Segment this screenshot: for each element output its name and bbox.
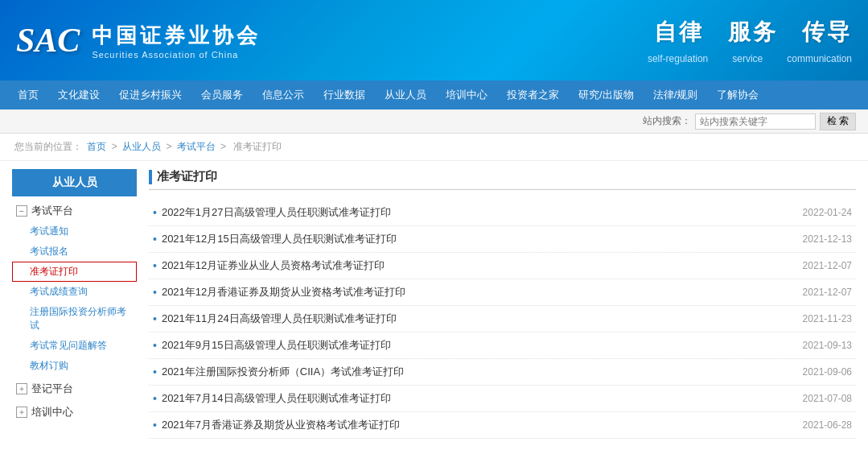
breadcrumb-staff[interactable]: 从业人员 bbox=[122, 141, 161, 152]
content-title: 准考证打印 bbox=[157, 169, 217, 184]
logo-en: Securities Association of China bbox=[92, 50, 261, 60]
article-link[interactable]: •2021年9月15日高级管理人员任职测试准考证打印 bbox=[153, 338, 391, 353]
article-link[interactable]: •2022年1月27日高级管理人员任职测试准考证打印 bbox=[153, 205, 391, 220]
breadcrumb-sep-2: > bbox=[166, 141, 174, 152]
article-item: •2021年注册国际投资分析师（CIIA）考试准考证打印2021-09-06 bbox=[149, 359, 856, 386]
register-section-icon: ＋ bbox=[16, 383, 27, 394]
sidebar-section-training: ＋ 培训中心 bbox=[12, 402, 137, 423]
sidebar-link-exam-register[interactable]: 考试报名 bbox=[12, 242, 137, 262]
article-date: 2021-11-23 bbox=[803, 313, 852, 324]
sidebar-link-textbook[interactable]: 教材订购 bbox=[12, 356, 137, 376]
article-dot: • bbox=[153, 392, 157, 405]
breadcrumb-home[interactable]: 首页 bbox=[87, 141, 106, 152]
slogan-cn-2: 服务 bbox=[728, 17, 778, 47]
breadcrumb-exam[interactable]: 考试平台 bbox=[177, 141, 216, 152]
article-dot: • bbox=[153, 339, 157, 352]
content-header: 准考证打印 bbox=[149, 169, 856, 190]
article-link[interactable]: •2021年注册国际投资分析师（CIIA）考试准考证打印 bbox=[153, 365, 404, 379]
article-label: 2021年9月15日高级管理人员任职测试准考证打印 bbox=[162, 338, 391, 353]
sidebar-section-exam-header[interactable]: − 考试平台 bbox=[12, 200, 137, 221]
slogan-en-1: self-regulation bbox=[648, 53, 708, 64]
article-item: •2021年12月证券业从业人员资格考试准考证打印2021-12-07 bbox=[149, 253, 856, 279]
sidebar-section-register-header[interactable]: ＋ 登记平台 bbox=[12, 378, 137, 399]
logo-area: SAC 中国证券业协会 Securities Association of Ch… bbox=[16, 21, 261, 60]
sidebar-section-exam: − 考试平台 考试通知 考试报名 准考证打印 考试成绩查询 注册国际投资分析师考… bbox=[12, 200, 137, 376]
article-date: 2021-06-28 bbox=[803, 419, 852, 431]
sidebar: 从业人员 − 考试平台 考试通知 考试报名 准考证打印 考试成绩查询 注册国际投… bbox=[12, 169, 137, 439]
article-item: •2021年7月14日高级管理人员任职测试准考证打印2021-07-08 bbox=[149, 386, 856, 412]
article-item: •2022年1月27日高级管理人员任职测试准考证打印2022-01-24 bbox=[149, 200, 856, 226]
search-button[interactable]: 检 索 bbox=[820, 113, 856, 130]
nav-item-信息公示[interactable]: 信息公示 bbox=[253, 81, 314, 109]
sidebar-link-score-query[interactable]: 考试成绩查询 bbox=[12, 282, 137, 302]
search-label: 站内搜索： bbox=[643, 114, 691, 128]
nav-item-投资者之家[interactable]: 投资者之家 bbox=[497, 81, 569, 109]
sidebar-title: 从业人员 bbox=[12, 169, 137, 196]
main-layout: 从业人员 − 考试平台 考试通知 考试报名 准考证打印 考试成绩查询 注册国际投… bbox=[0, 161, 868, 447]
nav-item-培训中心[interactable]: 培训中心 bbox=[436, 81, 497, 109]
article-label: 2021年12月香港证券及期货从业资格考试准考证打印 bbox=[162, 285, 405, 299]
article-link[interactable]: •2021年7月香港证券及期货从业资格考试准考证打印 bbox=[153, 418, 400, 432]
search-input[interactable] bbox=[695, 114, 816, 130]
exam-section-icon: − bbox=[16, 205, 27, 217]
nav-item-会员服务[interactable]: 会员服务 bbox=[191, 81, 253, 109]
article-date: 2022-01-24 bbox=[803, 207, 852, 218]
slogan-cn-1: 自律 bbox=[654, 17, 704, 47]
logo-text-area: 中国证券业协会 Securities Association of China bbox=[92, 22, 261, 60]
nav-item-研究/出版物[interactable]: 研究/出版物 bbox=[569, 81, 644, 109]
nav-item-行业数据[interactable]: 行业数据 bbox=[314, 81, 375, 109]
sidebar-section-register: ＋ 登记平台 bbox=[12, 378, 137, 399]
article-dot: • bbox=[153, 419, 157, 431]
article-dot: • bbox=[153, 233, 157, 246]
article-label: 2022年1月27日高级管理人员任职测试准考证打印 bbox=[162, 205, 391, 220]
register-section-label: 登记平台 bbox=[31, 382, 73, 396]
logo-cn: 中国证券业协会 bbox=[92, 22, 261, 50]
article-date: 2021-12-13 bbox=[803, 233, 852, 245]
article-date: 2021-09-06 bbox=[803, 366, 852, 378]
article-date: 2021-12-07 bbox=[803, 260, 852, 271]
article-dot: • bbox=[153, 286, 157, 299]
breadcrumb-sep-3: > bbox=[220, 141, 228, 152]
article-link[interactable]: •2021年12月香港证券及期货从业资格考试准考证打印 bbox=[153, 285, 405, 299]
breadcrumb: 您当前的位置： 首页 > 从业人员 > 考试平台 > 准考证打印 bbox=[0, 134, 868, 161]
article-item: •2021年12月15日高级管理人员任职测试准考证打印2021-12-13 bbox=[149, 226, 856, 253]
sidebar-link-exam-notice[interactable]: 考试通知 bbox=[12, 221, 137, 242]
article-dot: • bbox=[153, 365, 157, 378]
training-section-label: 培训中心 bbox=[31, 405, 73, 419]
article-item: •2021年9月15日高级管理人员任职测试准考证打印2021-09-13 bbox=[149, 332, 856, 359]
slogan-cn-3: 传导 bbox=[802, 17, 852, 47]
exam-section-label: 考试平台 bbox=[31, 204, 73, 218]
search-bar: 站内搜索： 检 索 bbox=[0, 109, 868, 134]
nav-item-首页[interactable]: 首页 bbox=[8, 81, 48, 109]
breadcrumb-sep-1: > bbox=[112, 141, 120, 152]
article-label: 2021年11月24日高级管理人员任职测试准考证打印 bbox=[162, 312, 397, 326]
article-label: 2021年7月14日高级管理人员任职测试准考证打印 bbox=[162, 391, 391, 406]
article-date: 2021-09-13 bbox=[803, 340, 852, 351]
nav-item-从业人员[interactable]: 从业人员 bbox=[375, 81, 436, 109]
article-link[interactable]: •2021年7月14日高级管理人员任职测试准考证打印 bbox=[153, 391, 391, 406]
article-link[interactable]: •2021年12月15日高级管理人员任职测试准考证打印 bbox=[153, 232, 397, 246]
sidebar-link-faq[interactable]: 考试常见问题解答 bbox=[12, 336, 137, 356]
training-section-icon: ＋ bbox=[16, 407, 27, 418]
article-link[interactable]: •2021年12月证券业从业人员资格考试准考证打印 bbox=[153, 258, 385, 273]
nav-item-法律/规则[interactable]: 法律/规则 bbox=[644, 81, 708, 109]
nav-item-了解协会[interactable]: 了解协会 bbox=[707, 81, 768, 109]
sidebar-section-training-header[interactable]: ＋ 培训中心 bbox=[12, 402, 137, 423]
article-dot: • bbox=[153, 312, 157, 325]
slogans-en: self-regulation service communication bbox=[648, 53, 852, 64]
article-link[interactable]: •2021年11月24日高级管理人员任职测试准考证打印 bbox=[153, 312, 397, 326]
slogan-en-3: communication bbox=[787, 53, 852, 64]
slogan-en-2: service bbox=[732, 53, 763, 64]
article-date: 2021-12-07 bbox=[803, 287, 852, 298]
sidebar-link-admission-print[interactable]: 准考证打印 bbox=[12, 262, 137, 282]
sidebar-link-ciia[interactable]: 注册国际投资分析师考试 bbox=[12, 302, 137, 336]
nav-item-文化建设[interactable]: 文化建设 bbox=[48, 81, 109, 109]
article-item: •2021年7月香港证券及期货从业资格考试准考证打印2021-06-28 bbox=[149, 412, 856, 439]
content-header-icon bbox=[149, 170, 152, 184]
article-date: 2021-07-08 bbox=[803, 393, 852, 404]
article-label: 2021年7月香港证券及期货从业资格考试准考证打印 bbox=[162, 418, 400, 432]
nav-item-促进乡村振兴[interactable]: 促进乡村振兴 bbox=[109, 81, 191, 109]
page-header: SAC 中国证券业协会 Securities Association of Ch… bbox=[0, 0, 868, 81]
article-dot: • bbox=[153, 206, 157, 219]
article-list: •2022年1月27日高级管理人员任职测试准考证打印2022-01-24•202… bbox=[149, 200, 856, 439]
